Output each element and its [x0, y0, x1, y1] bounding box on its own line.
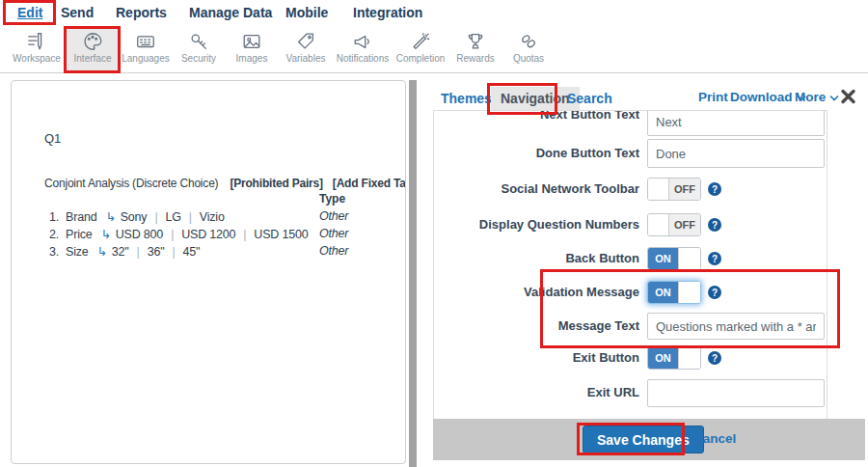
help-icon[interactable]: ? — [708, 218, 721, 232]
type-column-header: Type — [319, 192, 345, 206]
pen-list-icon — [26, 31, 47, 52]
prohibited-pairs-link[interactable]: [Prohibited Pairs] — [230, 177, 322, 190]
toolbar-item-quotas[interactable]: Quotas — [501, 27, 556, 72]
help-icon[interactable]: ? — [708, 182, 721, 196]
toolbar-item-interface[interactable]: Interface — [65, 27, 121, 72]
toolbar-label: Quotas — [501, 53, 556, 64]
menu-send[interactable]: Send — [61, 5, 94, 20]
menu-manage-data[interactable]: Manage Data — [189, 5, 272, 20]
toolbar-item-rewards[interactable]: Rewards — [448, 27, 503, 72]
edit-toolbar: Workspace Interface Languages Security I… — [0, 26, 868, 73]
field-label: Display Question Numbers — [434, 218, 639, 232]
toolbar-label: Security — [171, 53, 227, 64]
keyboard-icon — [135, 31, 156, 52]
attribute-row: 3.Size↳32"|36"|45" Other — [49, 244, 405, 259]
toolbar-item-images[interactable]: Images — [224, 27, 280, 72]
field-label: Back Button — [434, 252, 639, 265]
toolbar-label: Variables — [278, 53, 334, 64]
toolbar-item-workspace[interactable]: Workspace — [9, 27, 65, 72]
field-label: Done Button Text — [434, 147, 639, 160]
attribute-row: 2.Price↳USD 800|USD 1200|USD 1500 Other — [49, 227, 405, 241]
attribute-type: Other — [319, 209, 348, 223]
trophy-icon — [465, 31, 486, 52]
chevron-down-icon — [829, 90, 839, 104]
validation-message-toggle[interactable]: ON — [647, 281, 701, 304]
magic-wand-icon — [410, 31, 431, 52]
field-label: Exit Button — [434, 351, 639, 365]
question-header: Conjoint Analysis (Discrete Choice)[Proh… — [44, 177, 406, 190]
print-link[interactable]: Print — [698, 90, 728, 104]
toolbar-item-variables[interactable]: Variables — [278, 27, 334, 72]
megaphone-icon — [352, 31, 373, 52]
attribute-type: Other — [319, 244, 348, 258]
exit-url-input[interactable] — [647, 379, 825, 407]
palette-icon — [82, 31, 103, 52]
survey-preview-panel: Q1 Conjoint Analysis (Discrete Choice)[P… — [11, 80, 406, 464]
toolbar-label: Rewards — [448, 53, 503, 64]
key-icon — [188, 31, 209, 52]
toolbar-label: Interface — [65, 53, 121, 64]
help-icon[interactable]: ? — [708, 286, 721, 299]
toolbar-label: Notifications — [335, 53, 391, 64]
top-menu: Edit Send Reports Manage Data Mobile Int… — [0, 0, 868, 26]
branch-arrow-icon: ↳ — [101, 228, 111, 241]
navigation-settings-form: Next Button Text Done Button Text Social… — [433, 110, 827, 419]
toolbar-label: Workspace — [9, 53, 65, 64]
survey-editor-page: Edit Send Reports Manage Data Mobile Int… — [0, 0, 868, 467]
toolbar-label: Images — [224, 53, 280, 64]
toolbar-label: Completion — [393, 53, 448, 64]
attribute-row: 1.Brand↳Sony|LG|Vizio Other — [49, 209, 405, 224]
cancel-link[interactable]: Cancel — [693, 431, 736, 446]
preview-scrollbar[interactable] — [409, 80, 417, 467]
save-changes-button[interactable]: Save Changes — [583, 426, 704, 453]
toolbar-item-languages[interactable]: Languages — [118, 27, 174, 72]
question-number: Q1 — [44, 131, 61, 146]
help-icon[interactable]: ? — [708, 252, 721, 265]
more-link[interactable]: More — [795, 90, 839, 104]
tab-search[interactable]: Search — [567, 91, 612, 106]
menu-mobile[interactable]: Mobile — [285, 5, 328, 20]
branch-arrow-icon: ↳ — [105, 210, 115, 224]
field-label: Exit URL — [434, 386, 639, 399]
help-icon[interactable]: ? — [708, 351, 721, 365]
tab-themes[interactable]: Themes — [441, 91, 492, 106]
social-network-toolbar-toggle[interactable]: OFF — [647, 178, 701, 201]
menu-reports[interactable]: Reports — [116, 5, 167, 20]
field-label: Validation Message — [434, 286, 639, 299]
toolbar-item-security[interactable]: Security — [171, 27, 227, 72]
add-fixed-tasks-link[interactable]: [Add Fixed Tasks] — [333, 177, 406, 190]
display-question-numbers-toggle[interactable]: OFF — [647, 213, 701, 236]
field-label: Social Network Toolbar — [434, 182, 639, 196]
chain-links-icon — [518, 31, 539, 52]
toolbar-item-notifications[interactable]: Notifications — [335, 27, 391, 72]
image-icon — [241, 31, 262, 52]
menu-integration[interactable]: Integration — [353, 5, 422, 20]
branch-arrow-icon: ↳ — [97, 245, 107, 259]
close-icon[interactable] — [840, 89, 856, 104]
attribute-type: Other — [319, 227, 348, 240]
tag-icon — [295, 31, 316, 52]
toolbar-item-completion[interactable]: Completion — [393, 27, 448, 72]
field-label: Next Button Text — [434, 110, 639, 122]
done-button-text-input[interactable] — [647, 139, 825, 168]
menu-edit[interactable]: Edit — [17, 5, 42, 20]
tab-navigation[interactable]: Navigation — [491, 87, 580, 112]
form-footer: Save Changes Cancel — [433, 419, 865, 460]
back-button-toggle[interactable]: ON — [647, 247, 701, 270]
field-label: Message Text — [434, 319, 639, 333]
question-type-title: Conjoint Analysis (Discrete Choice) — [44, 177, 218, 190]
message-text-input[interactable] — [647, 313, 825, 340]
toolbar-label: Languages — [118, 53, 174, 64]
exit-button-toggle[interactable]: ON — [647, 346, 701, 370]
next-button-text-input[interactable] — [647, 110, 825, 136]
